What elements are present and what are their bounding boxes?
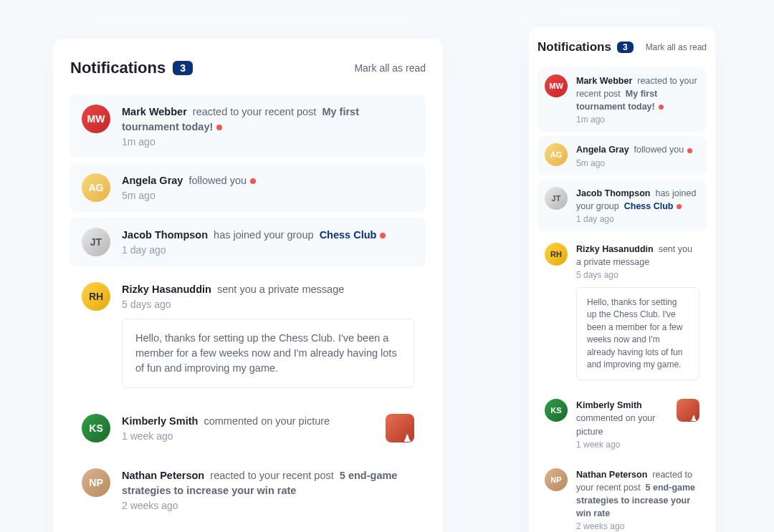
target-link[interactable]: Chess Club <box>624 201 674 211</box>
action-text: commented on your picture <box>204 415 330 427</box>
notification-body: Rizky Hasanuddin sent you a private mess… <box>576 243 699 381</box>
unread-dot-icon <box>216 125 222 130</box>
user-name-link[interactable]: Rizky Hasanuddin <box>576 244 654 254</box>
notification-text: Mark Webber reacted to your recent post … <box>122 105 414 135</box>
avatar[interactable]: MW <box>82 105 110 133</box>
notification-item[interactable]: RHRizky Hasanuddin sent you a private me… <box>538 236 707 388</box>
page-title: Notifications <box>70 59 166 77</box>
notification-item[interactable]: RHRizky Hasanuddin sent you a private me… <box>70 272 426 398</box>
notification-body: Kimberly Smith commented on your picture… <box>122 414 414 442</box>
unread-dot-icon <box>250 178 256 184</box>
action-text: reacted to your recent post <box>193 106 317 117</box>
notification-text: Kimberly Smith commented on your picture <box>122 414 376 429</box>
timestamp: 2 weeks ago <box>576 521 699 531</box>
user-name-link[interactable]: Nathan Peterson <box>576 470 647 480</box>
notification-text: Rizky Hasanuddin sent you a private mess… <box>122 282 414 297</box>
notification-body: Jacob Thompson has joined your group Che… <box>576 187 699 224</box>
private-message-preview[interactable]: Hello, thanks for setting up the Chess C… <box>576 287 699 380</box>
notification-body: Angela Gray followed you5m ago <box>576 143 699 168</box>
notification-body: Angela Gray followed you5m ago <box>122 173 414 202</box>
action-text: followed you <box>188 175 247 186</box>
action-text: followed you <box>634 145 684 155</box>
timestamp: 1 day ago <box>122 244 414 256</box>
private-message-preview[interactable]: Hello, thanks for setting up the Chess C… <box>122 319 414 388</box>
picture-thumbnail[interactable] <box>677 399 699 422</box>
notification-body: Mark Webber reacted to your recent post … <box>576 74 699 125</box>
target-link[interactable]: Chess Club <box>320 229 377 241</box>
notification-text: Kimberly Smith commented on your picture <box>576 399 671 437</box>
timestamp: 1m ago <box>122 136 414 147</box>
timestamp: 1m ago <box>576 115 699 125</box>
notification-body: Kimberly Smith commented on your picture… <box>576 399 699 449</box>
notification-item[interactable]: JTJacob Thompson has joined your group C… <box>70 218 426 266</box>
timestamp: 1 week ago <box>122 430 376 442</box>
notification-text: Mark Webber reacted to your recent post … <box>576 74 699 113</box>
avatar[interactable]: JT <box>82 228 110 256</box>
unread-dot-icon <box>659 105 664 110</box>
notification-body: Mark Webber reacted to your recent post … <box>122 105 414 147</box>
picture-thumbnail[interactable] <box>386 414 414 442</box>
timestamp: 1 week ago <box>576 440 671 450</box>
notification-item[interactable]: MWMark Webber reacted to your recent pos… <box>70 95 426 158</box>
notifications-list: MWMark Webber reacted to your recent pos… <box>70 95 426 532</box>
notification-text: Jacob Thompson has joined your group Che… <box>576 187 699 213</box>
avatar[interactable]: NP <box>545 468 568 491</box>
notification-item[interactable]: NPNathan Peterson reacted to your recent… <box>70 458 426 521</box>
avatar[interactable]: RH <box>82 282 110 311</box>
user-name-link[interactable]: Jacob Thompson <box>122 229 208 241</box>
notification-text: Angela Gray followed you <box>122 173 414 188</box>
unread-dot-icon <box>687 148 692 153</box>
timestamp: 5 days ago <box>576 270 699 280</box>
notification-body: Jacob Thompson has joined your group Che… <box>122 228 414 256</box>
action-text: reacted to your recent post <box>210 470 334 481</box>
avatar[interactable]: AG <box>545 143 568 166</box>
user-name-link[interactable]: Mark Webber <box>576 76 632 86</box>
avatar[interactable]: RH <box>545 243 568 266</box>
avatar[interactable]: JT <box>545 187 568 210</box>
notification-text: Nathan Peterson reacted to your recent p… <box>576 468 699 521</box>
user-name-link[interactable]: Rizky Hasanuddin <box>122 284 211 295</box>
notification-item[interactable]: AKAnna Kim left the group Chess Club2 we… <box>70 527 426 532</box>
timestamp: 5 days ago <box>122 299 414 310</box>
notification-text: Nathan Peterson reacted to your recent p… <box>122 468 414 498</box>
notification-item[interactable]: JTJacob Thompson has joined your group C… <box>538 180 707 231</box>
avatar[interactable]: KS <box>82 414 110 442</box>
panel-header: Notifications 3 Mark all as read <box>538 40 707 54</box>
timestamp: 5m ago <box>576 158 699 168</box>
notification-text: Angela Gray followed you <box>576 143 699 156</box>
unread-count-badge: 3 <box>173 61 193 75</box>
mark-all-read-button[interactable]: Mark all as read <box>646 42 707 52</box>
notification-body: Rizky Hasanuddin sent you a private mess… <box>122 282 414 388</box>
notifications-panel-desktop: Notifications 3 Mark all as read MWMark … <box>53 39 443 532</box>
notification-item[interactable]: KSKimberly Smith commented on your pictu… <box>538 392 707 456</box>
user-name-link[interactable]: Angela Gray <box>576 145 629 155</box>
notification-item[interactable]: NPNathan Peterson reacted to your recent… <box>538 461 707 532</box>
panel-header: Notifications 3 Mark all as read <box>70 59 426 77</box>
notification-item[interactable]: KSKimberly Smith commented on your pictu… <box>70 404 426 453</box>
notification-body: Nathan Peterson reacted to your recent p… <box>576 468 699 532</box>
notifications-list: MWMark Webber reacted to your recent pos… <box>538 67 707 532</box>
avatar[interactable]: KS <box>545 399 568 422</box>
user-name-link[interactable]: Jacob Thompson <box>576 188 650 198</box>
unread-count-badge: 3 <box>617 42 634 53</box>
notification-body: Nathan Peterson reacted to your recent p… <box>122 468 414 511</box>
action-text: commented on your picture <box>576 413 655 436</box>
avatar[interactable]: AG <box>82 173 110 202</box>
user-name-link[interactable]: Kimberly Smith <box>122 415 198 427</box>
page-title: Notifications <box>538 40 611 54</box>
notification-item[interactable]: AGAngela Gray followed you5m ago <box>538 136 707 175</box>
notification-item[interactable]: MWMark Webber reacted to your recent pos… <box>538 67 707 132</box>
avatar[interactable]: MW <box>545 74 568 97</box>
timestamp: 1 day ago <box>576 214 699 224</box>
avatar[interactable]: NP <box>82 468 110 497</box>
mark-all-read-button[interactable]: Mark all as read <box>354 62 426 74</box>
unread-dot-icon <box>380 233 386 238</box>
timestamp: 2 weeks ago <box>122 500 414 511</box>
user-name-link[interactable]: Kimberly Smith <box>576 400 642 410</box>
action-text: has joined your group <box>214 229 313 241</box>
user-name-link[interactable]: Nathan Peterson <box>122 470 204 481</box>
action-text: sent you a private message <box>217 284 344 295</box>
user-name-link[interactable]: Angela Gray <box>122 175 183 186</box>
user-name-link[interactable]: Mark Webber <box>122 106 187 117</box>
notification-item[interactable]: AGAngela Gray followed you5m ago <box>70 163 426 212</box>
